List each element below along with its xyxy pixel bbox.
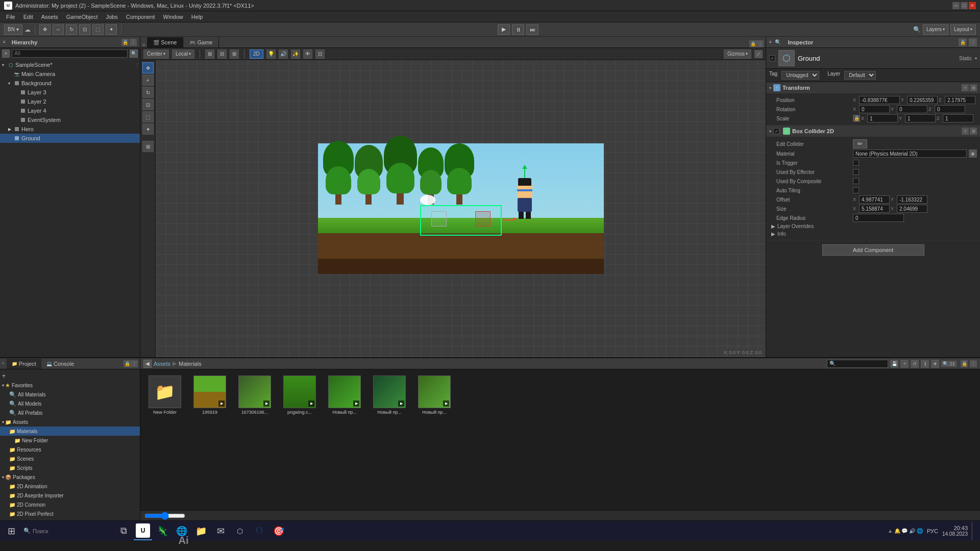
tree-item-layer2[interactable]: Layer 2 [0, 97, 140, 106]
rotation-x[interactable] [859, 105, 890, 113]
account-btn[interactable]: BN ▾ [4, 24, 22, 35]
tree-item-background[interactable]: ▾ Background [0, 79, 140, 88]
pkg-2d-aseprite[interactable]: 📁 2D Aseprite Importer [0, 491, 140, 500]
taskbar-unity-hub-btn[interactable]: ⬡ [231, 522, 249, 540]
obj-name[interactable]: Ground [798, 55, 956, 62]
audio-btn[interactable]: 🔊 [279, 49, 288, 59]
assets-save-btn[interactable]: 💾 [890, 360, 898, 368]
tree-item-layer3[interactable]: Layer 3 [0, 88, 140, 97]
asset-play-btn[interactable]: ▶ [263, 400, 270, 407]
proj-scenes[interactable]: 📁 Scenes [0, 454, 140, 463]
rotate-tool[interactable]: ↻ [66, 24, 77, 35]
assets-header[interactable]: ▾ 📁 Assets [0, 417, 140, 427]
auto-tiling-checkbox[interactable] [853, 187, 859, 193]
local-dropdown[interactable]: Local ▾ [172, 49, 194, 59]
tab-game[interactable]: 🎮 Game [183, 37, 219, 47]
tree-item-layer4[interactable]: Layer 4 [0, 106, 140, 115]
scale-tool[interactable]: ⊡ [79, 24, 90, 35]
pivot-dropdown[interactable]: Center ▾ [143, 49, 169, 59]
back-btn[interactable]: ◀ [143, 360, 152, 368]
pkg-2d-animation[interactable]: 📁 2D Animation [0, 482, 140, 491]
collider-settings-btn[interactable]: ⚙ [970, 128, 977, 135]
transform-component-header[interactable]: ▾ T Transform ? ⚙ [766, 82, 980, 93]
project-add-btn[interactable]: + [0, 371, 140, 381]
grid-btn[interactable]: ⊞ [230, 49, 239, 59]
menu-gameobject[interactable]: GameObject [62, 13, 102, 21]
tool-hand[interactable]: ✥ [142, 62, 154, 73]
proj-scripts[interactable]: 📁 Scripts [0, 463, 140, 472]
fx-btn[interactable]: ✨ [291, 49, 300, 59]
menu-window[interactable]: Window [159, 13, 187, 21]
scene-lock-btn[interactable]: 🔒 [749, 40, 756, 47]
packages-header[interactable]: ▾ 📦 Packages [0, 472, 140, 482]
obj-static[interactable]: Static [959, 56, 972, 61]
asset-new-proj3[interactable]: ▶ Новый пр... [414, 373, 455, 417]
asset-195919[interactable]: ▶ 195919 [189, 373, 230, 417]
scale-y[interactable] [905, 114, 936, 122]
play-btn[interactable]: ▶ [498, 24, 510, 35]
show-desktop-btn[interactable] [972, 522, 974, 540]
hierarchy-search-btn[interactable]: 🔍 [130, 49, 138, 58]
assets-info-btn[interactable]: ℹ [921, 360, 929, 368]
assets-menu-btn[interactable]: ⋮ [970, 360, 977, 367]
scale-lock-btn[interactable]: 🔒 [853, 115, 860, 122]
edge-radius-input[interactable] [853, 214, 904, 222]
material-pick-btn[interactable]: ◉ [969, 149, 977, 158]
tree-menu-btn[interactable]: ⋮ [135, 62, 140, 68]
gizmos-dropdown[interactable]: Gizmos ▾ [724, 49, 751, 59]
hand-tool[interactable]: ✥ [39, 24, 51, 35]
add-object-btn[interactable]: + [2, 49, 10, 58]
move-tool[interactable]: ↔ [53, 24, 64, 35]
menu-file[interactable]: File [2, 13, 19, 21]
inspector-menu-btn[interactable]: ⋮ [969, 38, 977, 46]
rotation-z[interactable] [935, 105, 965, 113]
tree-item-maincamera[interactable]: 📷 Main Camera [0, 69, 140, 79]
edit-collider-btn[interactable]: ✏ [853, 139, 867, 148]
grid2-btn[interactable]: ⊡ [315, 49, 325, 59]
transform-info-btn[interactable]: ? [962, 84, 969, 91]
scene-maximize-btn[interactable]: ⤢ [754, 50, 763, 58]
menu-help[interactable]: Help [187, 13, 207, 21]
assets-zoom-slider[interactable] [144, 513, 185, 518]
tool-rect[interactable]: ⬚ [142, 111, 154, 122]
unity-taskbar-app[interactable]: U [134, 522, 152, 540]
tab-console[interactable]: 💻 Console [41, 359, 79, 369]
inspector-lock-btn[interactable]: 🔒 [959, 38, 967, 46]
is-trigger-checkbox[interactable] [853, 160, 859, 166]
hierarchy-tab[interactable]: Hierarchy [8, 38, 42, 46]
size-y[interactable] [897, 205, 927, 213]
taskbar-file-btn[interactable]: 📁 [192, 522, 210, 540]
snap-btn[interactable]: ⊞ [205, 49, 214, 59]
tag-select[interactable]: Untagged [781, 71, 819, 80]
add-component-btn[interactable]: Add Component [822, 244, 924, 256]
asset-new-folder[interactable]: 📁 New Folder [144, 373, 185, 417]
tree-item-eventsystem[interactable]: EventSystem [0, 115, 140, 124]
tool-scale[interactable]: ⊡ [142, 99, 154, 110]
layer-overrides-toggle[interactable]: ▶ Layer Overrides [766, 222, 980, 230]
layer-select[interactable]: Default [844, 71, 876, 80]
rotation-y[interactable] [897, 105, 927, 113]
scale-z[interactable] [943, 114, 973, 122]
menu-component[interactable]: Component [122, 13, 159, 21]
proj-materials[interactable]: 📁 Materials [0, 427, 140, 436]
menu-edit[interactable]: Edit [19, 13, 37, 21]
position-x[interactable] [859, 96, 900, 104]
tool-move[interactable]: + [142, 74, 154, 86]
hidden-btn[interactable]: 👁 [303, 49, 312, 59]
pkg-2d-pixel-perfect[interactable]: 📁 2D Pixel Perfect [0, 509, 140, 518]
menu-jobs[interactable]: Jobs [102, 13, 121, 21]
favorites-all-models[interactable]: 🔍 All Models [0, 399, 140, 408]
used-by-composite-checkbox[interactable] [853, 178, 859, 184]
hierarchy-lock-btn[interactable]: 🔒 [121, 39, 129, 46]
transform-tool[interactable]: ✦ [106, 24, 117, 35]
gizmo-btn[interactable]: ⊟ [217, 49, 227, 59]
favorites-all-materials[interactable]: 🔍 All Materials [0, 390, 140, 399]
offset-y[interactable] [897, 195, 927, 204]
tree-item-ground[interactable]: Ground [0, 134, 140, 143]
task-view-btn[interactable]: ⧉ [114, 522, 133, 540]
2d-btn[interactable]: 2D [250, 49, 263, 59]
info-toggle[interactable]: ▶ Info [766, 230, 980, 238]
scene-menu-btn[interactable]: ⋮ [756, 40, 764, 47]
asset-play-btn[interactable]: ▶ [353, 400, 359, 407]
assets-add-btn[interactable]: + [900, 360, 909, 368]
